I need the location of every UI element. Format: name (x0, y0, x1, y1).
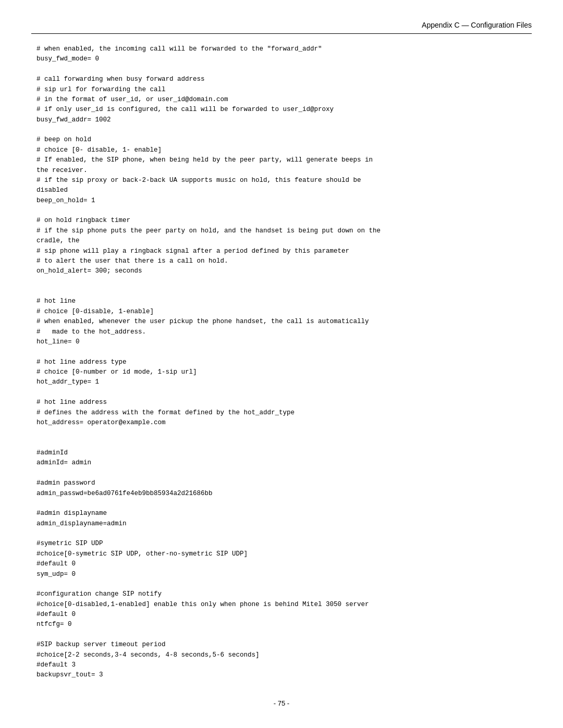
page-footer: - 75 - (0, 699, 563, 707)
page-number: - 75 - (274, 699, 289, 707)
main-content: # when enabled, the incoming call will b… (31, 44, 532, 681)
header-title: Appendix C — Configuration Files (422, 21, 532, 29)
page-container: Appendix C — Configuration Files # when … (0, 0, 563, 728)
code-block: # when enabled, the incoming call will b… (36, 44, 527, 681)
page-header: Appendix C — Configuration Files (31, 21, 532, 34)
